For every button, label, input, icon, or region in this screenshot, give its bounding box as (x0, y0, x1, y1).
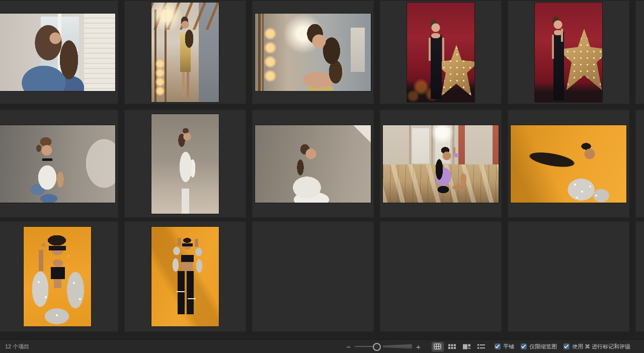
zoom-out-button[interactable]: − (344, 343, 353, 350)
grid-cell-r1-c1[interactable] (0, 1, 118, 104)
photo-white-sweater-studio[interactable] (255, 125, 371, 203)
thumbnail-detail-view-icon (463, 344, 470, 349)
use-cmd-mark-rate-option-checkbox[interactable] (564, 343, 570, 349)
tile-option-checkbox[interactable] (495, 343, 501, 349)
photo-silver-jacket-sunglasses-orange[interactable] (24, 227, 91, 326)
photo-black-dress-red-star-2[interactable] (535, 3, 602, 102)
grid-cell-r3-c4 (380, 221, 502, 332)
grid-cell-r1-c2[interactable] (124, 1, 246, 104)
thumbnails-only-option[interactable]: 仅限缩览图 (521, 343, 557, 350)
view-mode-switcher (432, 342, 488, 351)
thumbnails-only-option-label: 仅限缩览图 (529, 343, 557, 350)
grid-cell-r1-c5[interactable] (508, 1, 629, 104)
grid-view-icon (434, 343, 441, 349)
photo-gold-sequin-dress-loft[interactable] (151, 3, 219, 102)
grid-cell-r1-c6 (635, 1, 644, 104)
thumbnail-view-button[interactable] (446, 342, 458, 351)
photo-silver-jacket-orange-hair-flip[interactable] (511, 125, 626, 203)
grid-view-button[interactable] (432, 342, 444, 351)
status-bar-controls: − + 平铺仅限缩览图使用 ⌘ 进行标记和评级 (344, 340, 630, 353)
photo-vanity-lights-closeup[interactable] (255, 14, 371, 91)
grid-cell-r3-c1[interactable] (0, 221, 118, 332)
thumbnail-view-icon (448, 344, 456, 349)
item-count: 12 个项目 (5, 343, 29, 350)
thumbnail-detail-view-button[interactable] (461, 342, 473, 351)
grid-cell-r3-c2[interactable] (124, 221, 246, 332)
use-cmd-mark-rate-option-label: 使用 ⌘ 进行标记和评级 (572, 343, 630, 350)
grid-cell-r2-c1[interactable] (0, 110, 118, 218)
slider-track-wedge (383, 344, 412, 349)
grid-cell-r2-c3[interactable] (252, 110, 374, 218)
grid-cell-r3-c5 (508, 221, 629, 332)
photo-white-suit-studio[interactable] (151, 114, 219, 214)
thumbnails-only-option-checkbox[interactable] (521, 343, 527, 349)
photo-lilac-sequin-wood-floor[interactable] (383, 125, 499, 203)
status-bar: 12 个项目 − + 平铺仅限缩览图使用 ⌘ 进行标记和评级 (0, 339, 644, 353)
use-cmd-mark-rate-option[interactable]: 使用 ⌘ 进行标记和评级 (564, 343, 630, 350)
grid-cell-r3-c3 (252, 221, 374, 332)
photo-denim-jacket-brick-wall[interactable] (0, 14, 115, 91)
display-options: 平铺仅限缩览图使用 ⌘ 进行标记和评级 (495, 343, 630, 350)
photo-silver-jacket-pose-orange[interactable] (151, 227, 219, 326)
list-view-button[interactable] (475, 342, 488, 351)
slider-knob[interactable] (373, 343, 381, 351)
grid-cell-r2-c4[interactable] (380, 110, 502, 218)
grid-cell-r1-c4[interactable] (380, 1, 502, 104)
photo-grid (0, 0, 644, 339)
photo-white-tank-choker-studio[interactable] (0, 125, 115, 203)
grid-cell-r2-c5[interactable] (508, 110, 629, 218)
list-view-icon (477, 344, 485, 349)
grid-cell-r2-c2[interactable] (124, 110, 246, 218)
grid-cell-r3-c6 (635, 221, 644, 332)
grid-cell-r2-c6 (635, 110, 644, 218)
thumbnail-size-slider[interactable] (354, 342, 413, 350)
photo-black-dress-red-star-1[interactable] (407, 3, 474, 102)
grid-cell-r1-c3[interactable] (252, 1, 374, 104)
tile-option-label: 平铺 (503, 343, 514, 350)
zoom-in-button[interactable]: + (414, 343, 423, 350)
tile-option[interactable]: 平铺 (495, 343, 514, 350)
